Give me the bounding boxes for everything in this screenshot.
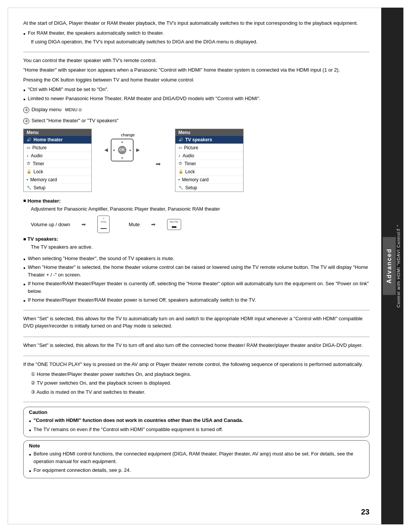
speaker-icon: 🔊 — [27, 137, 31, 142]
mute-arrow-icon: ➡ — [151, 221, 156, 227]
menu-left-title: Menu — [24, 129, 91, 136]
side-tab-advanced: Advanced — [383, 237, 396, 295]
menu-left: Menu 🔊 Home theater ▭ Picture ♪ Audio — [23, 129, 92, 192]
menu-transition-arrow: ➡ — [156, 160, 161, 168]
section-power-on-link: When "Set" is selected, this allows for … — [23, 315, 370, 337]
section-theater-control: You can control the theater speaker with… — [23, 57, 370, 310]
caution-title: Caution — [29, 409, 364, 415]
steps-area: ① Display menu MENU ⊙ ② Select "Home the… — [23, 106, 370, 304]
left-arrow-icon: ◄ — [103, 147, 109, 153]
menu-left-item-lock: 🔒 Lock — [24, 168, 91, 176]
page-number: 23 — [361, 508, 370, 516]
ok-button[interactable]: ▲ OK ▼ ◄ ► — [111, 139, 134, 161]
section-one-touch-play: If the "ONE TOUCH PLAY" key is pressed o… — [23, 361, 370, 402]
menu-right-item-setup: 🔧 Setup — [175, 184, 243, 192]
section1-para1: At the start of DIGA, Player theater or … — [23, 19, 370, 27]
menu-right-item-tv-speakers: 🔊 TV speakers — [175, 136, 243, 144]
menu-right-title: Menu — [175, 129, 243, 136]
menu-left-item-memory-card: ▪ Memory card — [24, 176, 91, 184]
home-theater-heading: Home theater: — [23, 198, 370, 204]
note-title: Note — [29, 443, 364, 449]
theater-bullets: ● When selecting "Home theater", the sou… — [23, 255, 370, 304]
ok-control-area: change ◄ ▲ OK ▼ ◄ ► ► — [103, 133, 141, 161]
section-diga-playback: At the start of DIGA, Player theater or … — [23, 19, 370, 52]
side-tab-control-text: Control with HDMI "HDAVI Control™" — [396, 221, 401, 311]
left-arrow-ok-icon: ◄ — [112, 148, 115, 152]
menu-left-item-picture: ▭ Picture — [24, 144, 91, 152]
vol-mute-row: Volume up / down ➡ +VOL — Mute ➡ MUTE ▬ — [31, 216, 370, 233]
menu-right: Menu 🔊 TV speakers ▭ Picture ♪ Audio — [175, 129, 244, 192]
mute-button: MUTE ▬ — [167, 219, 181, 230]
tv-speakers-heading: TV speakers: — [23, 236, 370, 242]
section-power-off-link: When "Set" is selected, this allows for … — [23, 342, 370, 356]
menu-right-item-audio: ♪ Audio — [175, 152, 243, 160]
change-label: change — [121, 133, 135, 137]
right-arrow-ok-icon: ► — [129, 148, 132, 152]
caution-box: Caution ● "Control with HDMI" function d… — [23, 407, 370, 437]
step2: ② Select "Home theater" or "TV speakers" — [23, 117, 370, 125]
up-arrow-icon: ▲ — [121, 140, 124, 144]
menu-left-item-audio: ♪ Audio — [24, 152, 91, 160]
menu-right-item-lock: 🔒 Lock — [175, 168, 243, 176]
menu-left-item-home-theater: 🔊 Home theater — [24, 136, 91, 144]
note-box: Note ● Before using HDMI control functio… — [23, 440, 370, 478]
step1: ① Display menu MENU ⊙ — [23, 106, 370, 114]
menus-row: Menu 🔊 Home theater ▭ Picture ♪ Audio — [23, 129, 370, 192]
menu-left-item-setup: 🔧 Setup — [24, 184, 91, 192]
menu-right-item-picture: ▭ Picture — [175, 144, 243, 152]
volume-button: +VOL — — [97, 216, 110, 233]
right-arrow-icon: ► — [135, 147, 141, 153]
side-tab: Control with HDMI "HDAVI Control™" Advan… — [381, 8, 403, 524]
section1-bullet1: ● For RAM theater, the speakers automati… — [23, 29, 370, 37]
menu-left-item-timer: ⏱ Timer — [24, 160, 91, 168]
menu-right-item-timer: ⏱ Timer — [175, 160, 243, 168]
main-content: At the start of DIGA, Player theater or … — [8, 8, 381, 524]
vol-arrow-icon: ➡ — [81, 221, 86, 227]
section1-bullet2: If using DIGA operation, the TV's input … — [31, 38, 370, 46]
menu-right-item-memory-card: ▪ Memory card — [175, 176, 243, 184]
down-arrow-icon: ▼ — [121, 157, 124, 160]
speaker-tv-icon: 🔊 — [178, 137, 183, 142]
